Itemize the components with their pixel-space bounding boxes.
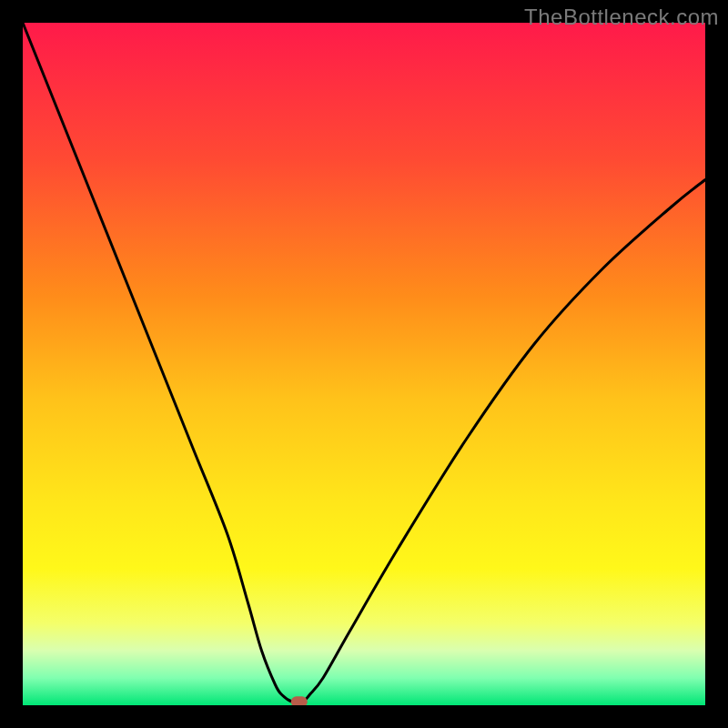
chart-svg	[23, 23, 705, 705]
optimal-point-marker	[291, 696, 308, 705]
chart-container: TheBottleneck.com	[0, 0, 728, 728]
plot-area	[23, 23, 705, 705]
gradient-background	[23, 23, 705, 705]
watermark-text: TheBottleneck.com	[524, 5, 719, 30]
